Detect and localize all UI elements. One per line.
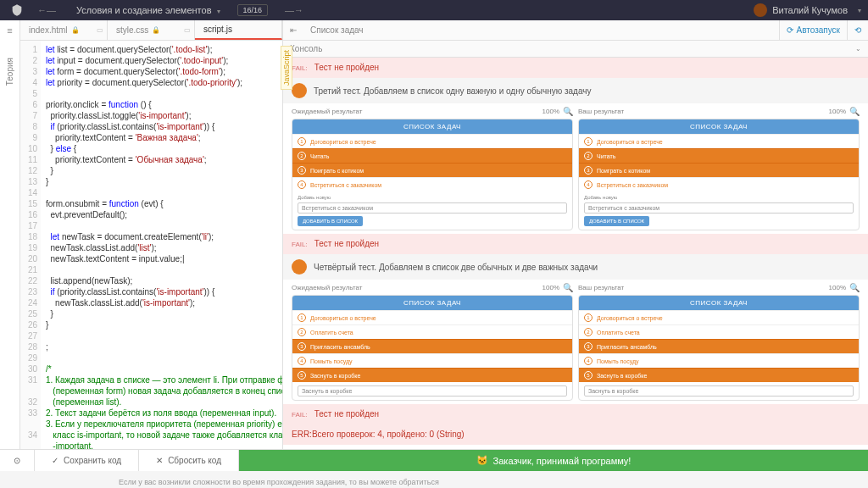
editor-pane: index.html🔒▭ style.css🔒▭ script.js 12345… xyxy=(20,20,283,449)
autorun-button[interactable]: ⟳Автозапуск xyxy=(779,20,847,41)
test3-results: Ожидаемый результат100%🔍 СПИСОК ЗАДАЧ 1Д… xyxy=(283,103,868,234)
reset-button[interactable]: ✕Сбросить код xyxy=(139,450,239,471)
fail-banner: FAIL:Тест не пройден xyxy=(283,234,868,254)
line-gutter: 1234567891011121314151617181920212223242… xyxy=(20,41,41,449)
zoom-icon[interactable]: 🔍 xyxy=(563,283,573,292)
collapse-icon[interactable]: ⇤ xyxy=(283,25,303,35)
save-button[interactable]: ✓Сохранить код xyxy=(35,450,139,471)
tab-index-html[interactable]: index.html🔒▭ xyxy=(20,20,108,40)
sidebar: ≡ Теория xyxy=(0,20,20,449)
footer: ⊙ ✓Сохранить код ✕Сбросить код 🐱Заказчик… xyxy=(0,449,868,471)
fail-banner: FAIL:Тест не пройден xyxy=(283,404,868,424)
zoom-icon[interactable]: 🔍 xyxy=(563,107,573,116)
minimize-icon[interactable]: ▭ xyxy=(184,26,191,34)
zoom-icon[interactable]: 🔍 xyxy=(849,107,860,116)
js-label[interactable]: JavaScript xyxy=(281,46,292,90)
nav-fwd[interactable]: —→ xyxy=(275,5,314,15)
expected-list-4: СПИСОК ЗАДАЧ 1Договориться о встрече 2Оп… xyxy=(292,295,573,401)
submit-button[interactable]: 🐱Заказчик, принимай программу! xyxy=(239,450,868,471)
logo[interactable] xyxy=(7,0,27,20)
preview-body: FAIL:Тест не пройден Третий тест. Добавл… xyxy=(283,58,868,449)
err-banner: ERR:Всего проверок: 4, пройдено: 0 (Stri… xyxy=(283,424,868,445)
tab-style-css[interactable]: style.css🔒▭ xyxy=(108,20,195,40)
user-menu[interactable]: Виталий Кучумов▾ xyxy=(754,3,861,17)
refresh-icon[interactable]: ⟲ xyxy=(847,20,868,41)
test4-header: Четвёртый тест. Добавляем в список две о… xyxy=(283,254,868,280)
editor-tabs: index.html🔒▭ style.css🔒▭ script.js xyxy=(20,20,282,41)
progress-counter: 16/16 xyxy=(237,4,269,16)
menu-icon[interactable]: ≡ xyxy=(0,20,20,41)
code-editor[interactable]: 1234567891011121314151617181920212223242… xyxy=(20,41,282,449)
lock-icon: 🔒 xyxy=(71,26,80,34)
topbar: ←— Условия и создание элементов▾ 16/16 —… xyxy=(0,0,868,20)
your-list: СПИСОК ЗАДАЧ 1Договориться о встрече 2Чи… xyxy=(578,119,860,230)
test-icon xyxy=(292,83,307,98)
preview-pane: JavaScript ⇤ Список задач ⟳Автозапуск ⟲ … xyxy=(283,20,868,449)
add-button[interactable]: ДОБАВИТЬ В СПИСОК xyxy=(584,216,649,226)
code-body[interactable]: let list = document.querySelector('.todo… xyxy=(41,41,282,449)
breadcrumb[interactable]: Условия и создание элементов▾ xyxy=(66,5,231,15)
expand-icon[interactable]: ⌄ xyxy=(855,45,861,53)
preview-title: Список задач xyxy=(303,25,370,35)
minimize-icon[interactable]: ▭ xyxy=(97,26,103,34)
fail-banner: FAIL:Тест не пройден xyxy=(283,58,868,78)
preview-header: ⇤ Список задач ⟳Автозапуск ⟲ xyxy=(283,20,868,41)
help-icon[interactable]: ⊙ xyxy=(0,450,35,471)
test4-results: Ожидаемый результат100%🔍 СПИСОК ЗАДАЧ 1Д… xyxy=(283,280,868,404)
avatar xyxy=(754,3,767,17)
test3-header: Третий тест. Добавляем в список одну важ… xyxy=(283,78,868,103)
zoom-icon[interactable]: 🔍 xyxy=(849,283,860,292)
lock-icon: 🔒 xyxy=(152,26,160,34)
hint-text: Если у вас возникли сложности во время п… xyxy=(0,471,868,488)
your-list-4: СПИСОК ЗАДАЧ 1Договориться о встрече 2Оп… xyxy=(578,295,860,401)
tab-script-js[interactable]: script.js xyxy=(195,20,282,40)
test-icon xyxy=(292,259,307,274)
add-button[interactable]: ДОБАВИТЬ В СПИСОК xyxy=(298,216,363,226)
expected-list: СПИСОК ЗАДАЧ 1Договориться о встрече 2Чи… xyxy=(292,119,573,230)
sidebar-theory[interactable]: Теория xyxy=(5,58,14,86)
nav-back[interactable]: ←— xyxy=(27,5,66,15)
console-header[interactable]: Консоль⌄ xyxy=(283,41,868,58)
